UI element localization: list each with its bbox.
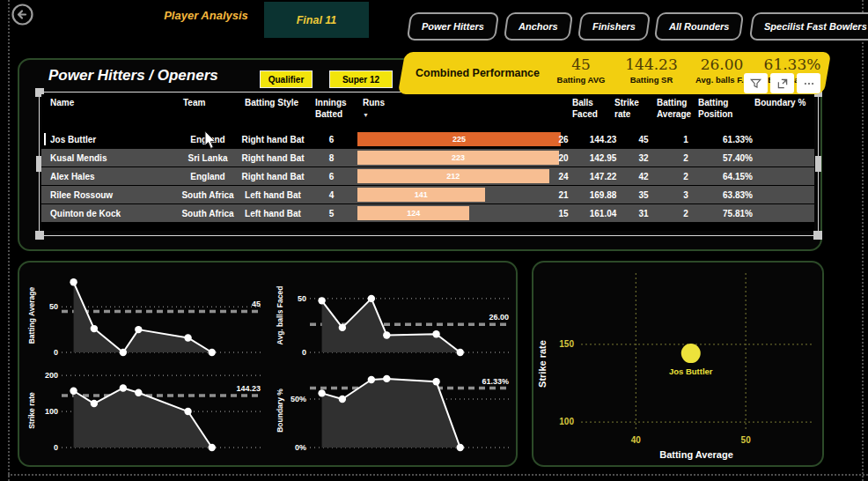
cell-name: Alex Hales — [41, 167, 176, 185]
table-row-alex-hales[interactable]: Alex HalesEnglandRight hand Bat621224147… — [41, 167, 814, 185]
column-header-batting-style[interactable]: Batting Style — [239, 94, 306, 130]
category-button-specilist-fast-bowlers[interactable]: Specilist Fast Bowlers — [749, 12, 868, 41]
runs-data-bar: 124 — [357, 206, 469, 220]
column-header-balls-faced[interactable]: Balls Faced — [562, 94, 607, 130]
category-button-anchors[interactable]: Anchors — [504, 12, 573, 41]
cell-boundary-pct: 63.83% — [713, 186, 762, 204]
line-chart-boundary[interactable]: Boundary %0%50%61.33% — [273, 365, 512, 456]
svg-text:0: 0 — [54, 443, 58, 452]
kpi-batting-sr: 144.23Batting SR — [616, 52, 687, 94]
column-header-runs[interactable]: Runs▼ — [357, 94, 562, 130]
cell-runs: 223 — [357, 149, 562, 166]
svg-text:50: 50 — [298, 294, 306, 303]
svg-text:200: 200 — [45, 371, 58, 380]
column-header-innings-batted[interactable]: Innings Batted — [306, 94, 357, 130]
line-chart-batting-average[interactable]: Batting Average05045 — [25, 270, 264, 361]
svg-text:Strike rate: Strike rate — [537, 340, 548, 388]
cell-innings-batted: 8 — [306, 149, 357, 166]
stage-button-super-12[interactable]: Super 12 — [329, 70, 393, 88]
cell-runs: 141 — [357, 186, 562, 204]
focus-mode-icon[interactable] — [770, 73, 794, 93]
runs-data-bar: 223 — [357, 151, 559, 165]
cell-innings-batted: 6 — [306, 167, 357, 185]
cell-boundary-pct: 64.15% — [713, 167, 762, 185]
column-header-strike-rate[interactable]: Strike rate — [607, 94, 651, 130]
category-button-label: Specilist Fast Bowlers — [764, 21, 867, 32]
cell-batting-position: 3 — [661, 186, 710, 204]
kpi-value: 45 — [546, 56, 616, 74]
table-row-kusal-mendis[interactable]: Kusal MendisSri LankaRight hand Bat82232… — [41, 149, 814, 166]
svg-text:26.00: 26.00 — [489, 313, 509, 322]
resize-handle-bottom-right[interactable] — [813, 231, 822, 240]
page-title: Power Hitters / Openers — [48, 67, 218, 85]
sort-descending-icon[interactable]: ▼ — [363, 111, 562, 119]
nav-player-analysis[interactable]: Player Analysis — [148, 9, 264, 22]
category-button-label: Power Hitters — [422, 21, 484, 32]
category-button-power-hitters[interactable]: Power Hitters — [407, 12, 499, 41]
kpi-label: Batting AVG — [546, 75, 616, 85]
kpi-value: 144.23 — [616, 56, 687, 74]
table-row-jos-buttler[interactable]: Jos ButtlerEnglandRight hand Bat62252614… — [41, 130, 814, 148]
column-header-name[interactable]: Name — [41, 94, 176, 130]
cell-team: Sri Lanka — [176, 149, 239, 166]
cell-innings-batted: 6 — [306, 130, 357, 148]
y-axis-title-text: Boundary % — [276, 388, 284, 433]
cell-batting-position: 1 — [661, 130, 710, 148]
category-button-label: Anchors — [519, 21, 558, 32]
cell-batting-position: 2 — [661, 204, 710, 222]
runs-data-bar: 212 — [357, 169, 549, 183]
y-axis-title-text: Batting Average — [27, 287, 36, 344]
kpi-batting-avg: 45Batting AVG — [546, 52, 616, 94]
line-chart-strike-rate[interactable]: Strike rate0100200144.23 — [25, 365, 264, 456]
cell-innings-batted: 5 — [306, 204, 357, 222]
player-stats-table: NameTeamBatting StyleInnings BattedRuns▼… — [41, 94, 814, 231]
canvas-guide-bottom — [8, 474, 868, 476]
svg-text:144.23: 144.23 — [236, 384, 261, 393]
runs-data-bar: 141 — [357, 188, 485, 202]
column-header-batting-position[interactable]: Batting Position — [694, 94, 743, 130]
column-header-batting-average[interactable]: Batting Average — [651, 94, 694, 130]
table-row-rilee-rossouw[interactable]: Rilee RossouwSouth AfricaLeft hand Bat41… — [41, 186, 814, 204]
cell-name: Rilee Rossouw — [41, 186, 176, 204]
tab-final-11[interactable]: Final 11 — [264, 2, 369, 38]
filter-icon[interactable] — [744, 73, 768, 93]
cell-batting-style: Left hand Bat — [239, 186, 306, 204]
column-header-boundary[interactable]: Boundary % — [743, 94, 814, 130]
banner-title: Combined Performance — [401, 52, 546, 94]
cell-boundary-pct: 75.81% — [713, 204, 762, 222]
cell-batting-style: Right hand Bat — [239, 167, 306, 185]
stage-button-group: QualifierSuper 12 — [260, 70, 393, 88]
cell-boundary-pct: 61.33% — [713, 130, 762, 148]
table-row-quinton-de-kock[interactable]: Quinton de KockSouth AfricaLeft hand Bat… — [41, 204, 814, 222]
visual-header-toolbar — [744, 73, 820, 93]
svg-text:40: 40 — [631, 435, 642, 445]
svg-text:61.33%: 61.33% — [482, 377, 509, 386]
resize-handle-right[interactable] — [815, 156, 821, 172]
cell-team: England — [176, 130, 239, 148]
scatter-chart-strike-rate-vs-batting-average[interactable]: 1001504050Strike rateBatting AverageJos … — [533, 263, 822, 467]
y-axis-title-text: Avg. balls Faced — [276, 286, 284, 345]
cell-batting-position: 2 — [661, 167, 710, 185]
resize-handle-bottom-left[interactable] — [35, 231, 44, 240]
line-chart-avg-balls-faced[interactable]: Avg. balls Faced05026.00 — [273, 270, 512, 361]
cell-runs: 212 — [357, 167, 562, 185]
category-button-label: All Rounders — [669, 21, 729, 32]
more-options-icon[interactable] — [797, 73, 820, 93]
back-button[interactable] — [11, 3, 34, 26]
canvas-guide-left — [8, 0, 10, 481]
category-button-finishers[interactable]: Finishers — [577, 12, 650, 41]
svg-text:45: 45 — [252, 300, 261, 308]
column-header-team[interactable]: Team — [176, 94, 239, 130]
y-axis-title: Boundary % — [273, 365, 287, 456]
svg-text:50: 50 — [741, 435, 752, 445]
svg-text:0%: 0% — [295, 443, 306, 452]
cell-name: Jos Buttler — [41, 130, 176, 148]
category-button-all-rounders[interactable]: All Rounders — [654, 12, 745, 41]
cell-batting-style: Left hand Bat — [239, 204, 306, 222]
dashboard-canvas: { "topbar": { "back_icon": "arrow-left-c… — [0, 0, 868, 481]
kpi-value: 61.33% — [757, 56, 828, 74]
cell-runs: 124 — [357, 204, 562, 222]
cell-team: South Africa — [176, 186, 239, 204]
stage-button-qualifier[interactable]: Qualifier — [260, 70, 313, 88]
runs-data-bar: 225 — [357, 132, 561, 146]
